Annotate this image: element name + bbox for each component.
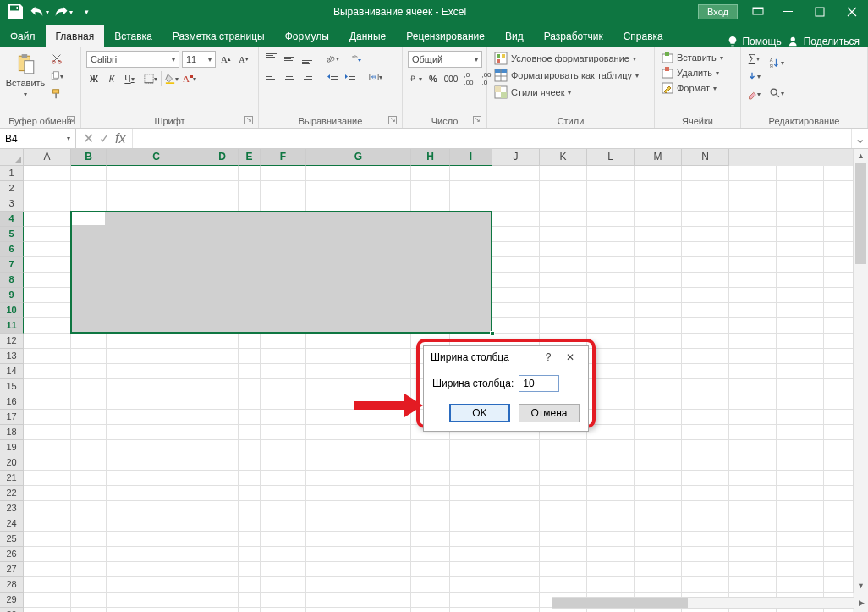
- bold-button[interactable]: Ж: [86, 71, 102, 86]
- tell-me-button[interactable]: Помощь: [727, 36, 781, 47]
- qat-customize-icon[interactable]: ▾: [76, 3, 96, 21]
- find-select-icon[interactable]: ▾: [765, 81, 788, 105]
- fill-handle[interactable]: [490, 331, 495, 336]
- column-header[interactable]: K: [540, 149, 587, 166]
- scroll-down-icon[interactable]: ▼: [854, 579, 868, 593]
- select-all-button[interactable]: [0, 149, 24, 166]
- minimize-icon[interactable]: [772, 0, 804, 24]
- accept-formula-icon[interactable]: ✓: [99, 130, 110, 146]
- column-header[interactable]: H: [411, 149, 450, 166]
- format-cells-button[interactable]: Формат▾: [660, 81, 718, 95]
- row-header[interactable]: 2: [0, 181, 24, 196]
- ribbon-options-icon[interactable]: [744, 0, 772, 24]
- vertical-scrollbar[interactable]: ▲ ▼: [853, 149, 868, 593]
- share-button[interactable]: Поделиться: [788, 36, 860, 47]
- row-header[interactable]: 22: [0, 486, 24, 501]
- formula-input[interactable]: [133, 129, 851, 148]
- column-header[interactable]: I: [450, 149, 492, 166]
- row-header[interactable]: 24: [0, 516, 24, 532]
- autosum-icon[interactable]: ∑▾: [746, 51, 761, 66]
- cancel-button[interactable]: Отмена: [519, 404, 580, 422]
- scroll-up-icon[interactable]: ▲: [854, 149, 868, 163]
- row-headers[interactable]: 1234567891011121314151617181920212223242…: [0, 166, 24, 612]
- column-header[interactable]: D: [206, 149, 239, 166]
- column-headers[interactable]: ABCDEFGHIJKLMN: [24, 149, 853, 166]
- row-header[interactable]: 4: [0, 212, 24, 227]
- ok-button[interactable]: OK: [449, 404, 510, 422]
- insert-function-icon[interactable]: fx: [115, 131, 125, 146]
- column-header[interactable]: M: [635, 149, 682, 166]
- row-header[interactable]: 14: [0, 364, 24, 379]
- wrap-text-icon[interactable]: ab: [350, 51, 365, 66]
- tab-файл[interactable]: Файл: [0, 25, 46, 47]
- row-header[interactable]: 9: [0, 288, 24, 303]
- row-header[interactable]: 10: [0, 303, 24, 318]
- insert-cells-button[interactable]: Вставить▾: [660, 51, 725, 64]
- column-width-input[interactable]: [519, 375, 559, 392]
- dialog-close-icon[interactable]: ✕: [559, 351, 581, 363]
- comma-format-icon[interactable]: 000: [443, 71, 459, 86]
- vscroll-thumb[interactable]: [855, 163, 866, 264]
- number-launcher-icon[interactable]: ↘: [473, 116, 481, 124]
- column-header[interactable]: A: [24, 149, 71, 166]
- clipboard-launcher-icon[interactable]: ↘: [67, 116, 75, 124]
- align-top-icon[interactable]: [264, 51, 279, 66]
- row-header[interactable]: 11: [0, 318, 24, 334]
- undo-icon[interactable]: ▾: [29, 3, 49, 21]
- name-box[interactable]: B4▾: [0, 129, 76, 148]
- row-header[interactable]: 17: [0, 410, 24, 425]
- scroll-right-icon[interactable]: ▶: [854, 598, 868, 607]
- row-header[interactable]: 19: [0, 440, 24, 455]
- row-header[interactable]: 3: [0, 196, 24, 212]
- row-header[interactable]: 12: [0, 334, 24, 349]
- alignment-launcher-icon[interactable]: ↘: [388, 116, 397, 124]
- column-header[interactable]: N: [682, 149, 729, 166]
- tab-справка[interactable]: Справка: [613, 25, 673, 47]
- maximize-icon[interactable]: [804, 0, 836, 24]
- conditional-formatting-button[interactable]: Условное форматирование▾: [492, 51, 638, 66]
- clear-icon[interactable]: ▾: [746, 86, 761, 102]
- expand-formula-bar-icon[interactable]: ⌄: [851, 129, 868, 148]
- row-header[interactable]: 15: [0, 379, 24, 394]
- align-middle-icon[interactable]: [282, 51, 297, 66]
- cut-icon[interactable]: [49, 51, 64, 66]
- row-header[interactable]: 6: [0, 242, 24, 257]
- column-header[interactable]: F: [261, 149, 306, 166]
- align-bottom-icon[interactable]: [299, 51, 315, 66]
- tab-формулы[interactable]: Формулы: [275, 25, 339, 47]
- decrease-indent-icon[interactable]: [325, 69, 340, 85]
- tab-рецензирование[interactable]: Рецензирование: [396, 25, 495, 47]
- redo-icon[interactable]: ▾: [52, 3, 73, 21]
- borders-icon[interactable]: ▾: [143, 71, 158, 86]
- row-header[interactable]: 23: [0, 501, 24, 516]
- percent-format-icon[interactable]: %: [426, 71, 441, 86]
- merge-center-icon[interactable]: ▾: [368, 69, 383, 85]
- font-name-combo[interactable]: Calibri▾: [86, 51, 179, 68]
- font-launcher-icon[interactable]: ↘: [244, 116, 253, 124]
- row-header[interactable]: 21: [0, 471, 24, 486]
- tab-вставка[interactable]: Вставка: [104, 25, 162, 47]
- accounting-format-icon[interactable]: ₽▾: [408, 71, 423, 86]
- column-header[interactable]: E: [239, 149, 261, 166]
- orientation-icon[interactable]: ab▾: [325, 51, 340, 66]
- hscroll-thumb[interactable]: [552, 598, 688, 608]
- row-header[interactable]: 27: [0, 562, 24, 577]
- format-as-table-button[interactable]: Форматировать как таблицу▾: [492, 68, 640, 83]
- row-header[interactable]: 25: [0, 532, 24, 547]
- fill-color-icon[interactable]: ▾: [164, 71, 179, 86]
- row-header[interactable]: 7: [0, 257, 24, 273]
- row-header[interactable]: 5: [0, 227, 24, 242]
- increase-indent-icon[interactable]: [343, 69, 358, 85]
- cancel-formula-icon[interactable]: ✕: [83, 130, 94, 146]
- tab-вид[interactable]: Вид: [495, 25, 534, 47]
- align-left-icon[interactable]: [264, 69, 279, 85]
- font-size-combo[interactable]: 11▾: [182, 51, 216, 68]
- sign-in-button[interactable]: Вход: [698, 4, 738, 19]
- tab-разметка страницы[interactable]: Разметка страницы: [162, 25, 275, 47]
- decrease-font-icon[interactable]: A▾: [236, 52, 251, 67]
- row-header[interactable]: 29: [0, 593, 24, 608]
- column-header[interactable]: C: [107, 149, 206, 166]
- tab-данные[interactable]: Данные: [339, 25, 396, 47]
- row-header[interactable]: 16: [0, 394, 24, 410]
- column-header[interactable]: B: [71, 149, 107, 166]
